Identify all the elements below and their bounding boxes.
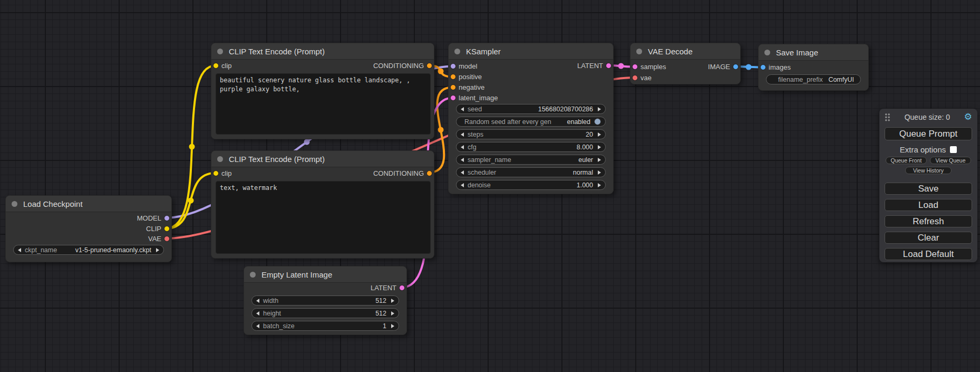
widget-left-arrow-icon[interactable] (256, 311, 259, 316)
extra-options-checkbox[interactable] (950, 146, 957, 153)
input-dot-latent-image[interactable] (450, 95, 456, 101)
widget-right-arrow-icon[interactable] (598, 183, 601, 187)
node-header[interactable]: Save Image (759, 44, 868, 61)
input-slot-clip: clip (211, 61, 232, 71)
queue-menu-header: Queue size: 0 (879, 109, 977, 121)
collapse-dot-icon[interactable] (764, 50, 770, 55)
widget-left-arrow-icon[interactable] (461, 183, 464, 187)
widget-left-arrow-icon[interactable] (461, 145, 464, 149)
widget-right-arrow-icon[interactable] (598, 158, 601, 162)
node-header[interactable]: Load Checkpoint (6, 196, 171, 212)
widget-right-arrow-icon[interactable] (598, 145, 601, 149)
widget-right-arrow-icon[interactable] (391, 324, 394, 328)
node-header[interactable]: KSampler (449, 43, 613, 60)
node-clip-text-encode-positive[interactable]: CLIP Text Encode (Prompt) clip CONDITION… (211, 43, 434, 139)
widget-width[interactable]: width 512 (251, 295, 399, 306)
widget-left-arrow-icon[interactable] (18, 248, 21, 252)
input-dot-samples[interactable] (632, 64, 638, 70)
save-button[interactable]: Save (885, 183, 972, 195)
output-dot-latent[interactable] (399, 285, 405, 291)
wire-midpoint-dot (618, 63, 624, 69)
output-dot-clip[interactable] (164, 226, 170, 232)
load-default-button[interactable]: Load Default (885, 248, 972, 260)
positive-prompt-textarea[interactable]: beautiful scenery nature glass bottle la… (216, 73, 431, 135)
widget-steps[interactable]: steps 20 (456, 129, 606, 139)
widget-left-arrow-icon[interactable] (256, 324, 259, 328)
node-graph-canvas[interactable]: Load Checkpoint MODEL CLIP VAE ckpt_name… (0, 0, 980, 372)
output-dot-model[interactable] (164, 215, 170, 221)
widget-right-arrow-icon[interactable] (156, 248, 159, 252)
widget-scheduler[interactable]: scheduler normal (456, 167, 606, 177)
collapse-dot-icon[interactable] (454, 49, 460, 54)
node-title: VAE Decode (648, 47, 693, 56)
node-header[interactable]: Empty Latent Image (244, 266, 406, 283)
node-header[interactable]: CLIP Text Encode (Prompt) (211, 43, 434, 60)
node-header[interactable]: VAE Decode (630, 43, 740, 60)
node-vae-decode[interactable]: VAE Decode samples vae IMAGE (630, 43, 741, 84)
input-dot-negative[interactable] (450, 84, 456, 90)
widget-sampler-name[interactable]: sampler_name euler (456, 155, 606, 165)
collapse-dot-icon[interactable] (12, 201, 17, 207)
widget-left-arrow-icon[interactable] (461, 158, 464, 162)
widget-height[interactable]: height 512 (251, 308, 399, 318)
input-slot-latent-image: latent_image (449, 93, 498, 103)
input-dot-vae[interactable] (632, 75, 638, 81)
collapse-dot-icon[interactable] (250, 272, 256, 278)
widget-filename-prefix[interactable]: filename_prefix ComfyUI (766, 74, 861, 84)
wire-midpoint-dot (189, 144, 195, 150)
input-slot-clip: clip (211, 168, 232, 179)
node-header[interactable]: CLIP Text Encode (Prompt) (211, 151, 434, 167)
widget-right-arrow-icon[interactable] (598, 107, 601, 111)
view-queue-button[interactable]: View Queue (930, 157, 971, 164)
widget-cfg[interactable]: cfg 8.000 (456, 142, 606, 152)
collapse-dot-icon[interactable] (217, 156, 223, 162)
widget-ckpt-name[interactable]: ckpt_name v1-5-pruned-emaonly.ckpt (13, 245, 164, 255)
input-dot-images[interactable] (760, 64, 766, 70)
negative-prompt-textarea[interactable]: text, watermark (216, 181, 431, 254)
widget-denoise[interactable]: denoise 1.000 (456, 180, 606, 190)
node-title: Load Checkpoint (23, 199, 83, 208)
node-clip-text-encode-negative[interactable]: CLIP Text Encode (Prompt) clip CONDITION… (211, 150, 434, 259)
input-slot-positive: positive (449, 72, 482, 82)
toggle-circle-icon[interactable] (594, 118, 601, 125)
widget-left-arrow-icon[interactable] (461, 170, 464, 175)
node-empty-latent-image[interactable]: Empty Latent Image LATENT width 512 heig… (244, 266, 407, 335)
node-load-checkpoint[interactable]: Load Checkpoint MODEL CLIP VAE ckpt_name… (5, 195, 172, 262)
input-dot-clip[interactable] (213, 63, 219, 69)
input-dot-positive[interactable] (450, 74, 456, 80)
refresh-button[interactable]: Refresh (885, 215, 972, 227)
input-dot-model[interactable] (450, 63, 456, 69)
input-dot-clip[interactable] (213, 170, 219, 176)
widget-left-arrow-icon[interactable] (461, 107, 464, 111)
widget-right-arrow-icon[interactable] (391, 311, 394, 316)
widget-random-seed-toggle[interactable]: Random seed after every gen enabled (456, 117, 606, 127)
settings-gear-icon[interactable] (964, 113, 972, 121)
queue-small-buttons-row: Queue Front View Queue (886, 157, 971, 164)
widget-right-arrow-icon[interactable] (598, 170, 601, 175)
node-save-image[interactable]: Save Image images filename_prefix ComfyU… (758, 44, 869, 91)
widget-right-arrow-icon[interactable] (391, 299, 394, 303)
widget-batch-size[interactable]: batch_size 1 (251, 321, 399, 331)
output-dot-vae[interactable] (164, 236, 170, 242)
node-ksampler[interactable]: KSampler model positive negative latent_… (448, 43, 614, 194)
widget-left-arrow-icon[interactable] (256, 299, 259, 303)
output-dot-latent[interactable] (606, 63, 612, 69)
output-dot-conditioning[interactable] (426, 170, 432, 176)
output-dot-image[interactable] (733, 64, 739, 70)
output-slot-latent: LATENT (577, 61, 613, 71)
wire-midpoint-dot (746, 64, 752, 70)
extra-options-label: Extra options (900, 145, 946, 154)
widget-right-arrow-icon[interactable] (598, 132, 601, 137)
view-history-button[interactable]: View History (905, 167, 952, 174)
node-title: KSampler (466, 47, 501, 56)
collapse-dot-icon[interactable] (636, 49, 642, 54)
drag-handle-icon[interactable] (885, 113, 890, 121)
widget-left-arrow-icon[interactable] (461, 132, 464, 137)
clear-button[interactable]: Clear (885, 232, 972, 244)
widget-seed[interactable]: seed 156680208700286 (456, 104, 606, 114)
load-button[interactable]: Load (885, 199, 972, 211)
queue-prompt-button[interactable]: Queue Prompt (885, 127, 972, 140)
output-dot-conditioning[interactable] (426, 63, 432, 69)
collapse-dot-icon[interactable] (217, 49, 223, 54)
queue-front-button[interactable]: Queue Front (886, 157, 927, 164)
